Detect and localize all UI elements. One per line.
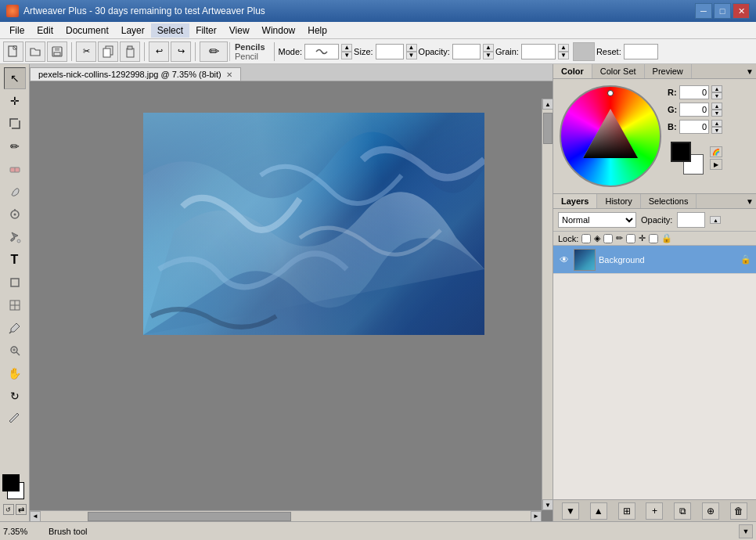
fg-swatch[interactable] bbox=[671, 142, 691, 162]
tab-layers[interactable]: Layers bbox=[553, 194, 597, 208]
r-down[interactable]: ▼ bbox=[711, 92, 722, 99]
move-tool-btn[interactable]: ✛ bbox=[4, 90, 26, 112]
new-group-btn[interactable]: ⊞ bbox=[618, 502, 635, 520]
add-layer-btn[interactable]: + bbox=[646, 502, 663, 520]
clone-tool-btn[interactable] bbox=[4, 203, 26, 225]
g-spinner[interactable]: ▲ ▼ bbox=[711, 103, 722, 117]
tab-history[interactable]: History bbox=[597, 194, 640, 208]
tab-color-set[interactable]: Color Set bbox=[592, 64, 645, 78]
mode-value[interactable] bbox=[304, 44, 339, 59]
color-pick-tool-btn[interactable] bbox=[4, 317, 26, 339]
color-dot[interactable] bbox=[607, 90, 614, 96]
menu-filter[interactable]: Filter bbox=[189, 23, 223, 38]
menu-layer[interactable]: Layer bbox=[115, 23, 151, 38]
shape-tool-btn[interactable] bbox=[4, 272, 26, 293]
r-up[interactable]: ▲ bbox=[711, 85, 722, 92]
r-value[interactable]: 0 bbox=[679, 85, 709, 99]
vertical-scrollbar[interactable]: ▲ ▼ bbox=[542, 99, 553, 510]
b-down[interactable]: ▼ bbox=[711, 127, 722, 134]
maximize-button[interactable]: □ bbox=[714, 3, 731, 19]
move-layer-up-btn[interactable]: ▲ bbox=[590, 502, 607, 520]
layer-item[interactable]: 👁 Background 🔒 bbox=[553, 246, 756, 274]
merge-layers-btn[interactable]: ⊕ bbox=[702, 502, 719, 520]
grain-input[interactable]: 100 bbox=[521, 44, 556, 59]
pen-tool-btn[interactable] bbox=[4, 408, 26, 430]
b-up[interactable]: ▲ bbox=[711, 120, 722, 127]
grain-spinner[interactable]: ▲▼ bbox=[558, 44, 569, 59]
crop-tool-btn[interactable] bbox=[4, 113, 26, 135]
size-input[interactable]: 2 bbox=[376, 44, 404, 59]
menu-document[interactable]: Document bbox=[59, 23, 115, 38]
opacity-input[interactable]: 100 bbox=[677, 212, 705, 228]
paste-btn[interactable] bbox=[120, 41, 140, 62]
mode-spinner[interactable]: ▲▼ bbox=[341, 44, 352, 59]
lock-transparency-check[interactable] bbox=[581, 234, 591, 243]
scroll-thumb-v[interactable] bbox=[543, 113, 553, 144]
hand-tool-btn[interactable]: ✋ bbox=[4, 362, 26, 384]
tab-preview[interactable]: Preview bbox=[645, 64, 692, 78]
brush-tool-btn[interactable]: ✏ bbox=[4, 135, 26, 157]
duplicate-layer-btn[interactable]: ⧉ bbox=[674, 502, 691, 520]
layer-visibility[interactable]: 👁 bbox=[558, 254, 571, 266]
rotate-tool-btn[interactable]: ↻ bbox=[4, 385, 26, 407]
arrow-tool-btn[interactable]: ↖ bbox=[4, 67, 26, 89]
canvas-scroll-area[interactable]: ▲ ▼ ◄ ► bbox=[30, 81, 553, 521]
g-value[interactable]: 0 bbox=[679, 103, 709, 117]
eraser-tool-btn[interactable] bbox=[4, 158, 26, 180]
lock-paint-check[interactable] bbox=[603, 234, 613, 243]
g-down[interactable]: ▼ bbox=[711, 110, 722, 117]
lock-move-check[interactable] bbox=[626, 234, 635, 243]
layers-panel-collapse[interactable]: ▼ bbox=[743, 195, 756, 207]
color-squares[interactable] bbox=[2, 474, 27, 499]
fill-tool-btn[interactable] bbox=[4, 226, 26, 248]
reset-input[interactable] bbox=[624, 44, 658, 59]
save-btn[interactable] bbox=[47, 41, 67, 62]
swatch-options-btn[interactable]: ▶ bbox=[710, 159, 722, 170]
b-spinner[interactable]: ▲ ▼ bbox=[711, 120, 722, 134]
rainbow-btn[interactable]: 🌈 bbox=[710, 146, 722, 157]
r-spinner[interactable]: ▲ ▼ bbox=[711, 85, 722, 99]
menu-help[interactable]: Help bbox=[301, 23, 333, 38]
blend-mode-select[interactable]: Normal bbox=[558, 212, 636, 228]
move-layer-down-btn[interactable]: ▼ bbox=[562, 502, 579, 520]
swap-colors-btn[interactable]: ⇄ bbox=[16, 504, 27, 515]
opacity-up[interactable]: ▲ bbox=[710, 216, 721, 224]
g-up[interactable]: ▲ bbox=[711, 103, 722, 110]
lock-all-check[interactable] bbox=[649, 234, 658, 243]
close-button[interactable]: ✕ bbox=[733, 3, 750, 19]
scroll-track-h[interactable] bbox=[41, 511, 531, 522]
pencil-pick-btn[interactable]: ✏ bbox=[200, 41, 228, 62]
zoom-tool-btn[interactable] bbox=[4, 340, 26, 362]
scroll-track-v[interactable] bbox=[542, 110, 553, 499]
b-value[interactable]: 0 bbox=[679, 120, 709, 134]
scroll-right-btn[interactable]: ► bbox=[531, 511, 542, 522]
color-panel-collapse[interactable]: ▼ bbox=[743, 65, 756, 77]
open-btn[interactable] bbox=[25, 41, 45, 62]
scroll-up-btn[interactable]: ▲ bbox=[542, 99, 553, 110]
canvas-tab-close[interactable]: ✕ bbox=[226, 70, 232, 79]
menu-view[interactable]: View bbox=[223, 23, 256, 38]
scroll-thumb-h[interactable] bbox=[88, 512, 291, 521]
canvas-tab[interactable]: pexels-nick-collins-1292998.jpg @ 7.35% … bbox=[30, 67, 241, 81]
cut-btn[interactable]: ✂ bbox=[76, 41, 96, 62]
scroll-left-btn[interactable]: ◄ bbox=[30, 511, 41, 522]
menu-file[interactable]: File bbox=[3, 23, 31, 38]
size-spinner[interactable]: ▲▼ bbox=[406, 44, 417, 59]
horizontal-scrollbar[interactable]: ◄ ► bbox=[30, 510, 542, 521]
delete-layer-btn[interactable]: 🗑 bbox=[730, 502, 747, 520]
reset-colors-btn[interactable]: ↺ bbox=[3, 504, 14, 515]
opacity-spinner[interactable]: ▲▼ bbox=[483, 44, 494, 59]
undo-btn[interactable]: ↩ bbox=[149, 41, 169, 62]
minimize-button[interactable]: ─ bbox=[695, 3, 712, 19]
layer-adj-tool-btn[interactable] bbox=[4, 294, 26, 316]
menu-edit[interactable]: Edit bbox=[31, 23, 59, 38]
smudge-tool-btn[interactable] bbox=[4, 181, 26, 203]
scroll-down-btn[interactable]: ▼ bbox=[542, 499, 553, 510]
tab-selections[interactable]: Selections bbox=[641, 194, 697, 208]
text-tool-btn[interactable]: T bbox=[4, 249, 26, 271]
foreground-color[interactable] bbox=[2, 474, 20, 491]
canvas-image[interactable] bbox=[143, 113, 484, 335]
new-btn[interactable] bbox=[3, 41, 23, 62]
tab-color[interactable]: Color bbox=[553, 64, 592, 78]
opacity-input[interactable]: 100 bbox=[452, 44, 481, 59]
